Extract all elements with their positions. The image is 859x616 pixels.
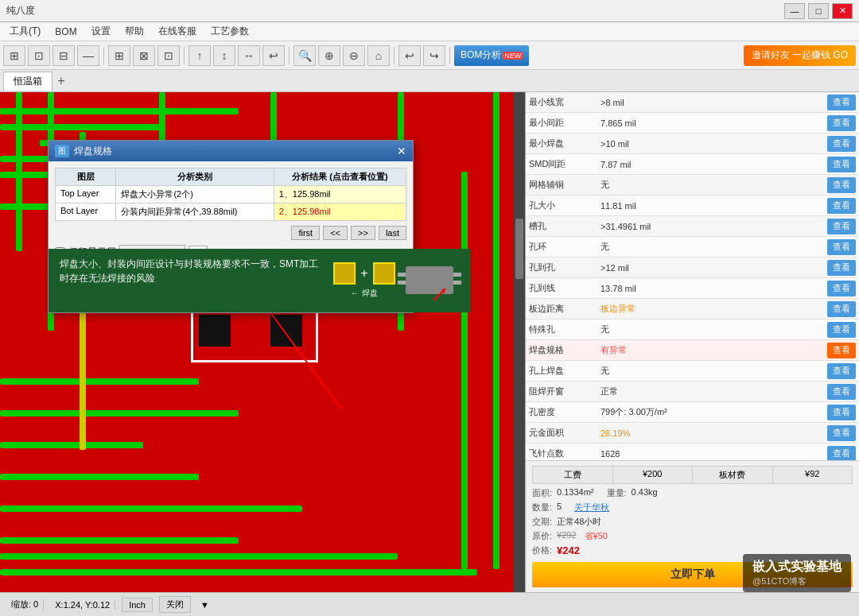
close-status-button[interactable]: 关闭 [159,596,191,613]
toolbar-btn-8[interactable]: ↑ [189,45,211,66]
toolbar-sep-2 [184,47,185,64]
drc-btn-slot[interactable]: 查看 [827,219,856,234]
menu-support[interactable]: 在线客服 [152,23,203,40]
board-value: ¥92 [773,467,853,483]
col-layer: 图层 [56,169,116,186]
modal-close-button[interactable]: ✕ [397,145,406,157]
drc-btn-min-width[interactable]: 查看 [827,95,856,110]
toolbar-btn-11[interactable]: ↩ [262,45,285,66]
maximize-button[interactable]: □ [808,3,829,19]
toolbar-undo[interactable]: ↩ [398,45,421,66]
toolbar-btn-12[interactable]: 🔍 [293,45,316,66]
toolbar-btn-1[interactable]: ⊞ [3,45,25,66]
minimize-button[interactable]: — [784,3,805,19]
drc-btn-flying-probe[interactable]: 查看 [827,446,856,461]
menu-help[interactable]: 帮助 [119,23,150,40]
drc-btn-grid-copper[interactable]: 查看 [827,177,856,193]
close-button[interactable]: ✕ [832,3,853,19]
component-arrow [402,257,457,304]
toolbar-btn-9[interactable]: ↕ [213,45,235,66]
status-bar: 缩放: 0 X:1.24, Y:0.12 Inch 关闭 ▼ [0,592,859,616]
toolbar-sep-3 [289,47,290,64]
toolbar-btn-5[interactable]: ⊞ [108,45,130,66]
drc-btn-annular[interactable]: 查看 [827,239,856,255]
row2-layer: Bot Layer [56,203,116,221]
drc-btn-hole-to-hole[interactable]: 查看 [827,260,856,276]
modal-table: 图层 分析类别 分析结果 (点击查看位置) Top Layer 焊盘大小异常(2… [55,168,406,221]
toolbar-btn-6[interactable]: ⊠ [133,45,155,66]
drc-row-hole-size: 孔大小 11.81 mil 查看 [526,196,859,216]
drc-row-min-spacing: 最小间距 7.865 mil 查看 [526,113,859,134]
modal-dialog: 图 焊盘规格 ✕ 图层 分析类别 分析结果 (点击查看位置) [48,140,414,313]
drc-table: 最小线宽 >8 mil 查看 最小间距 7.865 mil 查看 最小焊盘 >1… [526,92,859,460]
app-title: 纯八度 [6,4,35,17]
drc-btn-solder-mask[interactable]: 查看 [827,384,856,400]
modal-title-bar: 图 焊盘规格 ✕ [49,141,413,161]
nav-first-button[interactable]: first [291,226,320,240]
drc-btn-special-hole[interactable]: 查看 [827,322,856,338]
pad-label: 焊盘 [362,288,378,299]
drc-btn-min-spacing[interactable]: 查看 [827,115,856,131]
table-row-2: Bot Layer 分装内间距异常(4个,39.88mil) 2、125.98m… [56,203,406,221]
pcb-canvas: 图 焊盘规格 ✕ 图层 分析类别 分析结果 (点击查看位置) [0,92,525,592]
coord-status: X:1.24, Y:0.12 [50,600,115,610]
row1-layer: Top Layer [56,186,116,203]
huaqiu-link[interactable]: 关于华秋 [574,502,609,513]
tab-bar: 恒温箱 + [0,70,859,92]
drc-btn-pad-spec[interactable]: 查看 [827,343,856,358]
modal-title-text: 焊盘规格 [74,145,112,158]
right-panel: 最小线宽 >8 mil 查看 最小间距 7.865 mil 查看 最小焊盘 >1… [525,92,859,592]
coord-text: X:1.24, Y:0.12 [55,600,110,610]
toolbar-btn-13[interactable]: ⊕ [318,45,340,66]
drc-row-board-edge: 板边距离 板边异常 查看 [526,299,859,320]
toolbar-btn-10[interactable]: ↔ [238,45,260,66]
unit-button[interactable]: Inch [122,598,153,612]
menu-process[interactable]: 工艺参数 [204,23,255,40]
nav-prev-button[interactable]: << [323,226,348,240]
row1-result[interactable]: 1、125.98mil [274,186,406,203]
menu-settings[interactable]: 设置 [85,23,117,40]
toolbar-btn-7[interactable]: ⊡ [157,45,180,66]
drc-row-solder-mask: 阻焊开窗 正常 查看 [526,382,859,402]
drc-btn-hole-density[interactable]: 查看 [827,405,856,420]
toolbar-btn-14[interactable]: ⊖ [343,45,365,66]
warning-diagram: + ← 焊盘 [332,257,459,304]
drc-btn-board-edge[interactable]: 查看 [827,301,856,317]
drc-btn-smd[interactable]: 查看 [827,157,856,172]
toolbar-btn-2[interactable]: ⊡ [28,45,50,66]
board-label: 板材费 [693,467,773,483]
drc-row-hole-to-trace: 孔到线 13.78 mil 查看 [526,278,859,299]
nav-last-button[interactable]: last [379,226,406,240]
toolbar-btn-15[interactable]: ⌂ [367,45,390,66]
pad-diagram-2 [373,262,395,285]
drc-row-annular: 孔环 无 查看 [526,237,859,258]
nav-next-button[interactable]: >> [351,226,375,240]
toolbar-btn-3[interactable]: ⊟ [52,45,75,66]
cost-row-delivery: 交期: 正常48小时 [532,516,853,528]
menu-bom[interactable]: BOM [49,25,83,39]
drc-row-special-hole: 特殊孔 无 查看 [526,320,859,340]
drc-btn-min-pad[interactable]: 查看 [827,136,856,152]
menu-tool[interactable]: 工具(T) [3,23,47,40]
toolbar-sep-5 [449,47,450,64]
toolbar-btn-4[interactable]: — [77,45,99,66]
tab-hengwenxiang[interactable]: 恒温箱 [3,72,52,91]
toolbar-redo[interactable]: ↪ [423,45,445,66]
drc-btn-hole-size[interactable]: 查看 [827,198,856,214]
nav-buttons: first << >> last [55,226,406,240]
add-tab-button[interactable]: + [52,72,70,90]
bom-analysis-button[interactable]: BOM分析 NEW [454,45,529,66]
fee-value: ¥200 [613,467,694,483]
drc-row-min-width: 最小线宽 >8 mil 查看 [526,92,859,113]
wechat-watermark: 嵌入式实验基地 @51CTO博客 [743,554,851,592]
row2-result[interactable]: 2、125.98mil [274,203,406,221]
title-bar: 纯八度 — □ ✕ [0,0,859,22]
drc-btn-hole-to-trace[interactable]: 查看 [827,281,856,296]
row2-category: 分装内间距异常(4个,39.88mil) [116,203,274,221]
cost-row-qty: 数量: 5 关于华秋 [532,502,853,513]
drc-btn-via-pad[interactable]: 查看 [827,363,856,379]
wechat-platform: @51CTO博客 [752,575,842,587]
invite-banner[interactable]: 邀请好友 一起赚钱 GO [744,45,856,66]
col-result: 分析结果 (点击查看位置) [274,169,406,186]
drc-btn-gold-area[interactable]: 查看 [827,425,856,441]
